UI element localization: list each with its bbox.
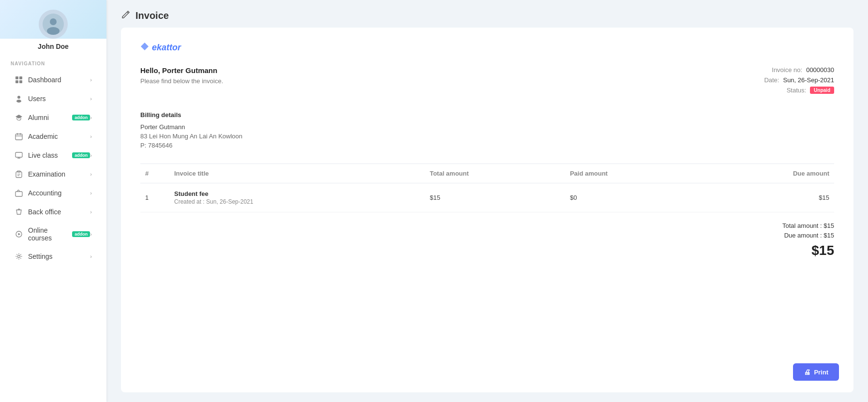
nav-label: NAVIGATION [0,61,45,66]
invoice-meta-section: Invoice no: 00000030 Date: Sun, 26-Sep-2… [764,66,834,97]
sidebar-item-accounting[interactable]: Accounting › [4,184,103,202]
row-total-amount: $15 [425,183,565,212]
svg-point-2 [47,27,60,35]
col-header-total: Total amount [425,164,565,183]
billing-address: 83 Lei Hon Mung An Lai An Kowloon [140,133,834,140]
sidebar-item-settings[interactable]: Settings › [4,247,103,266]
chevron-right-icon: › [90,190,92,196]
invoice-date-row: Date: Sun, 26-Sep-2021 [764,76,834,84]
sidebar-item-label: Dashboard [28,76,90,84]
sidebar-item-online-courses[interactable]: Online courses addon › [4,222,103,247]
svg-rect-5 [15,80,18,83]
svg-point-8 [16,100,21,103]
phone-number: 7845646 [148,142,173,149]
row-due-amount: $15 [702,183,834,212]
total-amount-label: Total amount : [782,222,822,229]
invoice-status-label: Status: [787,87,806,94]
chevron-right-icon: › [90,253,92,259]
brand-icon [140,42,149,53]
invoice-date-label: Date: [764,76,779,84]
chevron-right-icon: › [90,115,92,120]
invoice-table: # Invoice title Total amount Paid amount… [140,164,834,212]
billing-phone: P: 7845646 [140,142,834,149]
print-button-area: 🖨 Print [793,363,839,381]
invoice-status-row: Status: Unpaid [764,87,834,94]
billing-title: Billing details [140,111,834,119]
svg-point-1 [50,18,57,25]
avatar [39,10,68,39]
sidebar-item-users[interactable]: Users › [4,89,103,108]
billing-section: Billing details Porter Gutmann 83 Lei Ho… [140,111,834,149]
chevron-right-icon: › [90,134,92,139]
chevron-right-icon: › [90,231,92,237]
grid-icon [15,75,23,84]
addon-badge: addon [72,115,90,120]
invoice-no-label: Invoice no: [772,66,802,74]
sidebar-item-alumni[interactable]: Alumni addon › [4,108,103,127]
sidebar-item-label: Users [28,95,90,103]
page-title: Invoice [135,10,169,21]
svg-marker-23 [18,233,21,236]
col-header-due: Due amount [702,164,834,183]
sidebar-item-live-class[interactable]: Live class addon › [4,146,103,164]
due-amount-value: $15 [823,232,834,239]
invoice-top-section: Hello, Porter Gutmann Please find below … [140,66,834,97]
print-button[interactable]: 🖨 Print [793,363,839,381]
invoice-subtitle: Please find below the invoice. [140,77,223,85]
svg-rect-14 [15,152,22,157]
sidebar-item-label: Alumni [28,114,69,121]
main-content: Invoice ekattor Hello, Porter Gutmann Pl… [106,0,868,402]
sidebar: John Doe NAVIGATION Dashboard › Users › [0,0,106,402]
brand-name: ekattor [152,43,181,53]
calendar-grid-icon [15,132,23,141]
total-amount-row: Total amount : $15 [140,222,834,229]
person-icon [15,94,23,103]
total-amount-value: $15 [823,222,834,229]
invoice-greeting-section: Hello, Porter Gutmann Please find below … [140,66,223,85]
play-circle-icon [15,230,23,238]
row-number: 1 [140,183,169,212]
sidebar-item-label: Academic [28,133,90,140]
addon-badge: addon [72,152,90,158]
chevron-right-icon: › [90,96,92,102]
col-header-paid: Paid amount [565,164,702,183]
svg-rect-10 [15,134,22,140]
grand-total: $15 [140,243,834,258]
page-header: Invoice [106,0,868,28]
brand-header: ekattor [140,42,834,53]
row-item-title: Student fee [174,190,420,197]
col-header-number: # [140,164,169,183]
sidebar-item-back-office[interactable]: Back office › [4,203,103,221]
invoice-card: ekattor Hello, Porter Gutmann Please fin… [121,28,853,392]
sidebar-item-academic[interactable]: Academic › [4,127,103,146]
svg-marker-9 [15,115,22,119]
addon-badge: addon [72,231,90,237]
svg-rect-4 [19,76,22,79]
sidebar-item-label: Examination [28,170,90,178]
chevron-right-icon: › [90,171,92,177]
table-row: 1 Student fee Created at : Sun, 26-Sep-2… [140,183,834,212]
invoice-no-value: 00000030 [806,66,834,74]
briefcase-icon [15,189,23,197]
billing-name: Porter Gutmann [140,123,834,131]
sidebar-item-label: Accounting [28,189,90,197]
sidebar-item-examination[interactable]: Examination › [4,165,103,183]
svg-rect-6 [19,80,22,83]
svg-marker-25 [141,43,149,50]
print-button-label: Print [814,369,828,376]
invoice-greeting: Hello, Porter Gutmann [140,66,223,74]
pencil-icon [121,10,131,22]
row-paid-amount: $0 [565,183,702,212]
row-item-date: Created at : Sun, 26-Sep-2021 [174,198,420,205]
svg-point-7 [17,96,20,99]
invoice-no-row: Invoice no: 00000030 [764,66,834,74]
chevron-right-icon: › [90,209,92,215]
due-amount-label: Due amount : [784,232,822,239]
clipboard-icon [15,170,23,179]
svg-rect-17 [16,172,22,178]
sidebar-item-dashboard[interactable]: Dashboard › [4,71,103,89]
row-title-cell: Student fee Created at : Sun, 26-Sep-202… [169,183,425,212]
monitor-icon [15,151,23,160]
invoice-totals: Total amount : $15 Due amount : $15 $15 [140,222,834,258]
sidebar-item-label: Online courses [28,226,69,242]
